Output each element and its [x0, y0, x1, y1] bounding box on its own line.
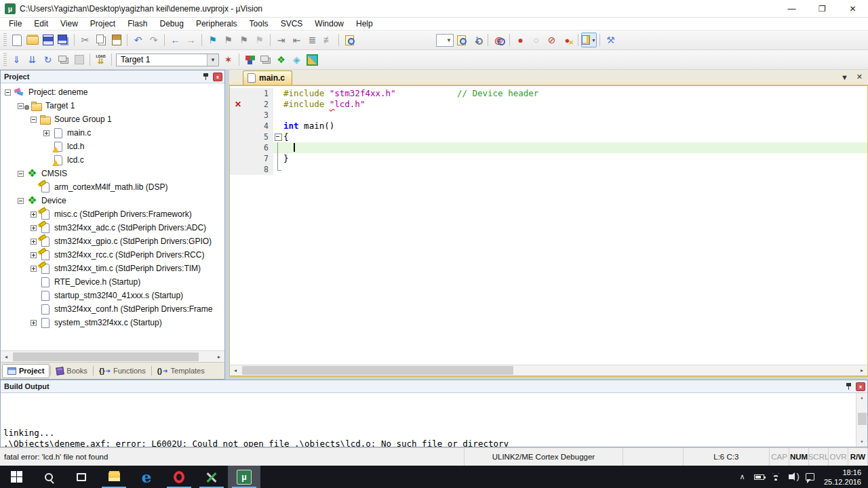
maximize-button[interactable]: ❐ — [807, 0, 837, 17]
scroll-thumb[interactable] — [242, 366, 513, 375]
expander-icon[interactable] — [31, 320, 37, 326]
tree-item[interactable]: main.c — [1, 126, 224, 140]
code-line-7[interactable]: 7} — [230, 153, 867, 164]
tree-item[interactable]: RTE_Device.h (Startup) — [1, 275, 224, 289]
tray-battery-icon[interactable] — [751, 466, 768, 488]
panel-tab-books[interactable]: Books — [52, 364, 92, 378]
bookmark-toggle-icon[interactable]: ⚑ — [205, 33, 220, 47]
tray-wifi-icon[interactable] — [768, 466, 785, 488]
breakpoint-disable-icon[interactable]: ○ — [528, 33, 544, 47]
start-button[interactable] — [0, 466, 33, 488]
code-text[interactable]: } — [283, 153, 867, 164]
panel-close-icon[interactable]: x — [213, 73, 222, 81]
keil-tools[interactable] — [195, 466, 228, 488]
tray-volume-icon[interactable] — [785, 466, 802, 488]
expander-icon[interactable] — [31, 211, 37, 218]
tray-action-center-icon[interactable] — [802, 466, 818, 488]
bookmark-next-icon[interactable]: ⚑ — [236, 33, 252, 47]
expander-icon[interactable] — [18, 103, 24, 109]
panel-tab-functions[interactable]: {}➜Functions — [94, 364, 151, 378]
menu-peripherals[interactable]: Peripherals — [190, 18, 243, 29]
rebuild-all-icon[interactable]: ↻ — [40, 52, 56, 67]
build-output-log[interactable]: linking....\Objects\deneme.axf: error: L… — [1, 393, 867, 447]
expander-icon[interactable] — [43, 130, 50, 136]
open-file-icon[interactable] — [24, 33, 40, 47]
breakpoint-disable-all-icon[interactable]: ⊘ — [544, 33, 559, 47]
tray-chevron-up-icon[interactable]: ∧ — [734, 466, 751, 488]
save-file-icon[interactable] — [40, 33, 56, 47]
code-text[interactable] — [283, 164, 867, 175]
paste-icon[interactable] — [108, 33, 124, 47]
fold-margin[interactable] — [273, 131, 283, 142]
search-button[interactable] — [33, 466, 65, 488]
scroll-up-icon[interactable]: ▴ — [857, 393, 867, 403]
search-in-files-icon[interactable] — [454, 33, 469, 47]
expander-icon[interactable] — [31, 117, 37, 123]
uvision-app[interactable]: µ — [228, 466, 260, 488]
tree-item[interactable]: Device — [1, 194, 224, 207]
file-extensions-icon[interactable] — [258, 52, 273, 67]
tree-item[interactable]: lcd.h — [1, 140, 224, 153]
pin-icon[interactable] — [845, 382, 853, 390]
debug-windows-icon[interactable]: ▼ — [581, 33, 597, 47]
code-line-2[interactable]: ✕2#include "lcd.h" — [230, 99, 867, 110]
minimize-button[interactable]: — — [776, 0, 807, 17]
project-hscrollbar[interactable]: ◂ ▸ — [1, 350, 224, 362]
tab-main-c[interactable]: main.c — [243, 70, 292, 85]
new-file-icon[interactable] — [9, 33, 24, 47]
bookmark-previous-icon[interactable]: ⚑ — [220, 33, 236, 47]
code-line-4[interactable]: 4int main() — [230, 121, 867, 131]
code-text[interactable]: #include "lcd.h" — [283, 99, 867, 110]
code-line-6[interactable]: 6 — [230, 142, 867, 153]
copy-icon[interactable] — [93, 33, 108, 47]
manage-project-items-icon[interactable] — [242, 52, 258, 67]
build-icon[interactable]: ⇊ — [24, 52, 40, 67]
tree-item[interactable]: stm32f4xx_adc.c (StdPeriph Drivers:ADC) — [1, 221, 224, 235]
tree-item[interactable]: stm32f4xx_tim.c (StdPeriph Drivers:TIM) — [1, 262, 224, 275]
code-text[interactable]: #include "stm32f4xx.h" // Device header — [283, 88, 867, 99]
scroll-right-icon[interactable]: ▸ — [856, 365, 867, 375]
redo-icon[interactable]: ↷ — [146, 33, 161, 47]
scroll-track[interactable] — [241, 365, 856, 375]
menu-project[interactable]: Project — [84, 18, 121, 29]
target-select[interactable]: Target 1▼ — [116, 54, 219, 66]
tree-item[interactable]: lcd.c — [1, 153, 224, 167]
expander-icon[interactable] — [31, 266, 37, 272]
expander-icon[interactable] — [18, 171, 24, 177]
batch-build-icon[interactable] — [56, 52, 71, 67]
breakpoint-kill-all-icon[interactable] — [559, 33, 575, 47]
expander-icon[interactable] — [18, 198, 24, 204]
menu-help[interactable]: Help — [350, 18, 379, 29]
breakpoint-insert-icon[interactable]: ● — [513, 33, 528, 47]
menu-flash[interactable]: Flash — [121, 18, 153, 29]
cut-icon[interactable]: ✂ — [77, 33, 93, 47]
panel-tab-templates[interactable]: ()➜Templates — [153, 364, 210, 378]
select-software-packs-icon[interactable]: ◈ — [289, 52, 304, 67]
code-text[interactable] — [283, 110, 867, 121]
panel-close-icon[interactable]: x — [856, 382, 865, 391]
incremental-find-icon[interactable] — [469, 33, 485, 47]
comment-selection-icon[interactable]: ≣ — [304, 33, 320, 47]
editor-hscrollbar[interactable]: ◂ ▸ — [229, 365, 868, 377]
options-for-target-icon[interactable]: ✶ — [220, 52, 236, 67]
expander-icon[interactable] — [31, 239, 37, 245]
search-combo[interactable]: ▼ — [436, 34, 454, 47]
tree-item[interactable]: arm_cortexM4lf_math.lib (DSP) — [1, 180, 224, 194]
build-vscrollbar[interactable]: ▴ ▾ — [856, 393, 867, 447]
scroll-left-icon[interactable]: ◂ — [230, 365, 241, 375]
expander-icon[interactable] — [31, 225, 37, 231]
undo-icon[interactable]: ↶ — [130, 33, 146, 47]
expander-icon[interactable] — [5, 89, 11, 96]
panel-tab-project[interactable]: Project — [2, 364, 50, 378]
tree-item[interactable]: startup_stm32f40_41xxx.s (Startup) — [1, 289, 224, 302]
tree-item[interactable]: Target 1 — [1, 99, 224, 113]
tree-item[interactable]: Project: deneme — [1, 85, 224, 99]
chevron-down-icon[interactable]: ▼ — [207, 54, 218, 66]
scroll-thumb[interactable] — [13, 352, 199, 361]
scroll-track[interactable] — [12, 352, 214, 362]
pack-installer-icon[interactable] — [304, 52, 320, 67]
manage-run-time-environment-icon[interactable]: ❖ — [273, 52, 289, 67]
code-text[interactable]: int main() — [283, 121, 867, 131]
navigate-back-icon[interactable]: ← — [167, 33, 183, 47]
scroll-down-icon[interactable]: ▾ — [857, 437, 867, 447]
